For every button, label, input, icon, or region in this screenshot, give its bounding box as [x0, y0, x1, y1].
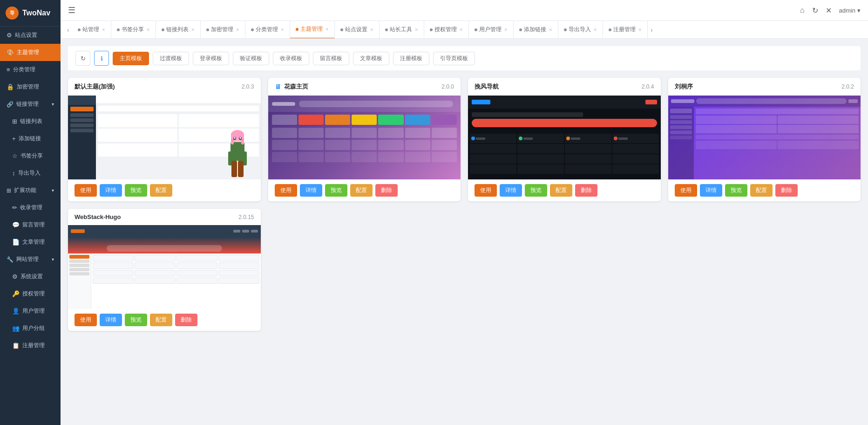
tab-export-import[interactable]: 导出导入 × — [558, 21, 603, 39]
tab-close-icon[interactable]: × — [147, 27, 150, 33]
tab-add-link[interactable]: 添加链接 × — [514, 21, 558, 39]
filter-login-template[interactable]: 登录模板 — [193, 52, 229, 65]
sidebar-item-user-group[interactable]: 👥 用户分组 — [0, 320, 61, 337]
config-button[interactable]: 配置 — [550, 184, 572, 197]
theme-card-actions: 使用 详情 预览 配置 删除 — [68, 309, 261, 331]
svg-point-12 — [239, 137, 241, 139]
tab-close-icon[interactable]: × — [191, 27, 195, 33]
config-button[interactable]: 配置 — [150, 314, 172, 326]
sidebar-item-link-list[interactable]: ⊞ 链接列表 — [0, 113, 61, 130]
tab-nav-right[interactable]: › — [648, 26, 656, 34]
filter-fade-template[interactable]: 过渡模板 — [153, 52, 189, 65]
config-button[interactable]: 配置 — [350, 184, 373, 197]
use-button[interactable]: 使用 — [675, 184, 697, 197]
chevron-down-icon: ▾ — [52, 257, 54, 262]
filter-main-template[interactable]: 主页模板 — [113, 52, 149, 65]
theme-preview — [268, 96, 461, 179]
tab-password-manage[interactable]: 加密管理 × — [201, 21, 245, 39]
tab-close-icon[interactable]: × — [504, 27, 508, 33]
sidebar-item-website-manage[interactable]: 🔧 网站管理 ▾ — [0, 251, 61, 268]
sidebar-item-collect-manage[interactable]: ✏ 收录管理 — [0, 199, 61, 216]
delete-button[interactable]: 删除 — [775, 184, 798, 197]
tab-close-icon[interactable]: × — [460, 27, 463, 33]
detail-button[interactable]: 详情 — [100, 184, 122, 197]
tab-bookmark-share[interactable]: 书签分享 × — [111, 21, 156, 39]
theme-card-header: WebStack-Hugo 2.0.15 — [68, 209, 261, 225]
use-button[interactable]: 使用 — [475, 184, 497, 197]
refresh-button[interactable]: ↻ — [75, 51, 90, 66]
tab-nav-left[interactable]: ‹ — [64, 26, 72, 34]
refresh-icon[interactable]: ↻ — [812, 6, 818, 15]
user-icon: 👤 — [12, 308, 20, 315]
use-button[interactable]: 使用 — [75, 184, 97, 197]
tab-close-icon[interactable]: × — [415, 27, 418, 33]
preview-button[interactable]: 预览 — [125, 314, 147, 326]
tab-label: 用户管理 — [479, 26, 502, 34]
tab-register-manage[interactable]: 注册管理 × — [603, 21, 648, 39]
tab-close-icon[interactable]: × — [326, 26, 329, 33]
home-icon[interactable]: ⌂ — [800, 6, 805, 14]
tab-link-list[interactable]: 链接列表 × — [156, 21, 201, 39]
tab-close-icon[interactable]: × — [370, 27, 373, 33]
sidebar-item-label: 文章管理 — [22, 238, 45, 246]
tab-close-icon[interactable]: × — [102, 27, 105, 33]
sidebar-item-category-manage[interactable]: ≡ 分类管理 — [0, 61, 61, 78]
tab-close-icon[interactable]: × — [638, 27, 642, 33]
sidebar-item-article-manage[interactable]: 📄 文章管理 — [0, 233, 61, 251]
username: admin — [839, 7, 855, 14]
delete-button[interactable]: 删除 — [175, 314, 197, 326]
delete-button[interactable]: 删除 — [375, 184, 398, 197]
user-menu[interactable]: admin ▾ — [839, 7, 861, 14]
menu-toggle-icon[interactable]: ☰ — [68, 5, 75, 15]
tab-webmaster-tools[interactable]: 站长工具 × — [380, 21, 424, 39]
sidebar-item-bookmark-share[interactable]: ☆ 书签分享 — [0, 147, 61, 165]
close-icon[interactable]: ✕ — [826, 6, 832, 15]
sidebar-item-label: 书签分享 — [20, 152, 43, 160]
config-button[interactable]: 配置 — [150, 184, 172, 197]
config-button[interactable]: 配置 — [750, 184, 773, 197]
filter-collect-template[interactable]: 收录模板 — [273, 52, 309, 65]
detail-button[interactable]: 详情 — [500, 184, 522, 197]
sidebar-item-auth-manage[interactable]: 🔑 授权管理 — [0, 285, 61, 302]
theme-title: 🖥 花森主页 — [275, 82, 308, 91]
sidebar-item-link-manage[interactable]: 🔗 链接管理 ▾ — [0, 96, 61, 113]
sidebar-item-export-import[interactable]: ↕ 导出导入 — [0, 165, 61, 182]
filter-comment-template[interactable]: 留言模板 — [313, 52, 349, 65]
tab-dot — [251, 28, 254, 31]
tab-category-manage[interactable]: 分类管理 × — [245, 21, 290, 39]
use-button[interactable]: 使用 — [275, 184, 297, 197]
info-button[interactable]: ℹ — [94, 51, 109, 66]
sidebar-item-site-settings[interactable]: ⚙ 站点设置 — [0, 27, 61, 44]
filter-verify-template[interactable]: 验证模板 — [233, 52, 269, 65]
sidebar-item-system-settings[interactable]: ⚙ 系统设置 — [0, 268, 61, 285]
filter-register-template[interactable]: 注册模板 — [393, 52, 429, 65]
delete-button[interactable]: 删除 — [575, 184, 597, 197]
sidebar-item-password-manage[interactable]: 🔒 加密管理 — [0, 78, 61, 96]
use-button[interactable]: 使用 — [75, 314, 97, 326]
detail-button[interactable]: 详情 — [300, 184, 322, 197]
sidebar-item-theme-manage[interactable]: 🎨 主题管理 — [0, 44, 61, 61]
sidebar-item-user-manage[interactable]: 👤 用户管理 — [0, 302, 61, 320]
tab-user-manage[interactable]: 用户管理 × — [469, 21, 514, 39]
preview-button[interactable]: 预览 — [725, 184, 747, 197]
tab-close-icon[interactable]: × — [281, 27, 284, 33]
detail-button[interactable]: 详情 — [700, 184, 722, 197]
sidebar-item-register-manage[interactable]: 📋 注册管理 — [0, 337, 61, 354]
sidebar-item-add-link[interactable]: + 添加链接 — [0, 130, 61, 147]
tab-close-icon[interactable]: × — [549, 27, 552, 33]
detail-button[interactable]: 详情 — [100, 314, 122, 326]
preview-button[interactable]: 预览 — [125, 184, 147, 197]
filter-article-template[interactable]: 文章模板 — [353, 52, 389, 65]
tab-theme-manage[interactable]: 主题管理 × — [290, 21, 335, 39]
tab-site-settings[interactable]: 站点设置 × — [335, 21, 380, 39]
tab-dot — [475, 28, 477, 31]
filter-guide-template[interactable]: 引导页模板 — [433, 52, 475, 65]
tab-site-admin[interactable]: 站管理 × — [72, 21, 111, 39]
sidebar-item-comment-manage[interactable]: 💬 留言管理 — [0, 216, 61, 233]
preview-button[interactable]: 预览 — [325, 184, 347, 197]
tab-auth-manage[interactable]: 授权管理 × — [424, 21, 469, 39]
sidebar-item-extend-func[interactable]: ⊞ 扩展功能 ▾ — [0, 182, 61, 199]
tab-close-icon[interactable]: × — [594, 27, 597, 33]
tab-close-icon[interactable]: × — [236, 27, 239, 33]
preview-button[interactable]: 预览 — [525, 184, 547, 197]
